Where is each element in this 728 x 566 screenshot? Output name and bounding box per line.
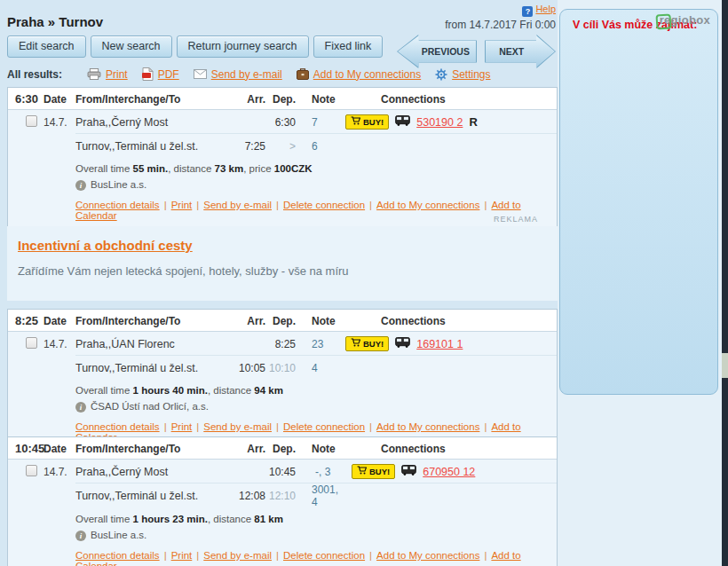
result-table-header: 6:30 Date From/Interchange/To Arr. Dep. … <box>8 88 557 110</box>
edit-search-button[interactable]: Edit search <box>7 35 86 58</box>
connection-number-link[interactable]: 670950 12 <box>423 466 475 478</box>
arr-column-header: Arr. <box>235 443 265 455</box>
connection-number-link[interactable]: 169101 1 <box>416 338 463 350</box>
advertisement: Incentivní a obchodní cesty Zařídíme Vám… <box>7 226 558 301</box>
row-note: 3001, 4 <box>296 483 342 508</box>
table-row: 14.7. Praha,,Černý Most 6:30 7 BUY! 5301… <box>8 110 557 134</box>
separator: | <box>196 550 199 561</box>
row-arrival: 7:25 <box>235 140 265 153</box>
date-column-header: Date <box>44 315 75 327</box>
connection-details-link[interactable]: Connection details <box>75 421 160 432</box>
separator: | <box>484 200 487 210</box>
table-row: Turnov,,Terminál u žel.st. 10:05 10:10 4 <box>8 356 557 380</box>
row-departure: > <box>265 140 296 153</box>
date-column-header: Date <box>44 443 75 455</box>
info-icon: i <box>75 531 86 541</box>
row-stop-name: Praha,,Černý Most <box>75 116 235 129</box>
datetime-label: from 14.7.2017 Fri 0:00 <box>353 19 556 31</box>
row-note: 23 <box>296 338 342 350</box>
select-connection-checkbox[interactable] <box>26 115 37 127</box>
page-title: Praha » Turnov <box>7 14 103 29</box>
separator: | <box>196 200 199 210</box>
sidebar-panel: V cíli Vás může zajímat: regiobox <box>559 9 718 395</box>
envelope-icon <box>194 69 207 79</box>
return-journey-search-button[interactable]: Return journey search <box>177 35 309 58</box>
connections-column-header: Connections <box>342 93 557 106</box>
bus-icon <box>401 465 416 478</box>
next-button-label: NEXT <box>487 35 536 68</box>
delete-connection-link[interactable]: Delete connection <box>283 550 365 561</box>
date-column-header: Date <box>44 93 75 106</box>
result-table-header: 10:45 Date From/Interchange/To Arr. Dep.… <box>8 437 557 460</box>
arr-column-header: Arr. <box>235 315 265 327</box>
add-my-connections-link[interactable]: Add to My connections <box>376 550 479 561</box>
pdf-icon <box>142 67 154 81</box>
row-date: 14.7. <box>44 338 75 350</box>
departure-time-header: 8:25 <box>8 314 44 327</box>
add-my-connections-toolbar-link[interactable]: Add to My connections <box>313 68 421 81</box>
ad-title-link[interactable]: Incentivní a obchodní cesty <box>18 238 193 253</box>
help-icon: ? <box>522 6 533 17</box>
next-button[interactable]: NEXT <box>485 35 556 68</box>
select-connection-checkbox[interactable] <box>26 465 37 476</box>
select-connection-checkbox[interactable] <box>26 337 37 349</box>
pdf-link[interactable]: PDF <box>158 68 179 81</box>
dep-column-header: Dep. <box>265 443 296 455</box>
cart-icon <box>357 466 367 476</box>
separator: | <box>196 421 199 432</box>
result-card-825: 8:25 Date From/Interchange/To Arr. Dep. … <box>7 309 558 452</box>
connection-number-link[interactable]: 530190 2 <box>416 116 463 129</box>
add-my-connections-link[interactable]: Add to My connections <box>376 200 479 210</box>
add-my-connections-link[interactable]: Add to My connections <box>376 421 479 432</box>
row-departure: 12:10 <box>265 490 296 502</box>
row-departure: 10:10 <box>265 362 296 374</box>
delete-connection-link[interactable]: Delete connection <box>283 200 365 210</box>
send-email-connection-link[interactable]: Send by e-mail <box>203 421 272 432</box>
settings-link[interactable]: Settings <box>452 68 490 81</box>
separator: | <box>276 200 279 210</box>
connection-marker: R <box>469 115 477 129</box>
separator: | <box>164 550 167 561</box>
delete-connection-link[interactable]: Delete connection <box>283 421 365 432</box>
dep-column-header: Dep. <box>265 315 296 327</box>
gear-icon <box>435 68 447 81</box>
row-stop-name: Turnov,,Terminál u žel.st. <box>75 140 235 153</box>
from-column-header: From/Interchange/To <box>75 315 235 327</box>
row-date: 14.7. <box>44 116 75 129</box>
send-email-connection-link[interactable]: Send by e-mail <box>203 550 272 561</box>
buy-button[interactable]: BUY! <box>352 464 395 479</box>
connection-details-link[interactable]: Connection details <box>75 550 160 561</box>
separator: | <box>369 200 372 210</box>
previous-button-label: PREVIOUS <box>416 35 475 68</box>
connections-column-header: Connections <box>342 315 557 327</box>
print-connection-link[interactable]: Print <box>171 421 193 432</box>
fixed-link-button[interactable]: Fixed link <box>313 35 384 58</box>
print-connection-link[interactable]: Print <box>171 550 193 561</box>
buy-button[interactable]: BUY! <box>345 114 389 130</box>
overall-summary: Overall time 1 hours 23 min., distance 8… <box>75 513 557 526</box>
previous-button[interactable]: PREVIOUS <box>397 35 477 68</box>
row-stop-name: Praha,,Černý Most <box>75 466 235 478</box>
carrier-name: ČSAD Ústí nad Orlicí, a.s. <box>91 400 209 413</box>
bus-icon <box>395 115 410 129</box>
buy-button-label: BUY! <box>369 467 390 476</box>
buy-button[interactable]: BUY! <box>345 336 389 351</box>
print-link[interactable]: Print <box>106 68 128 81</box>
print-connection-link[interactable]: Print <box>171 200 193 210</box>
help-link[interactable]: Help <box>535 4 556 14</box>
cart-icon <box>351 116 360 127</box>
new-search-button[interactable]: New search <box>91 35 172 58</box>
separator: | <box>484 550 487 561</box>
row-note: 4 <box>296 362 342 374</box>
send-email-link[interactable]: Send by e-mail <box>211 68 282 81</box>
bus-icon <box>395 337 410 350</box>
arr-column-header: Arr. <box>235 93 265 106</box>
from-column-header: From/Interchange/To <box>75 93 235 106</box>
window-edge <box>722 0 728 566</box>
row-departure: 10:45 <box>265 466 296 478</box>
send-email-connection-link[interactable]: Send by e-mail <box>203 200 272 210</box>
row-note: 6 <box>296 140 342 153</box>
row-note: -, 3 <box>299 466 345 478</box>
info-icon: i <box>75 402 86 413</box>
connection-details-link[interactable]: Connection details <box>75 200 160 210</box>
